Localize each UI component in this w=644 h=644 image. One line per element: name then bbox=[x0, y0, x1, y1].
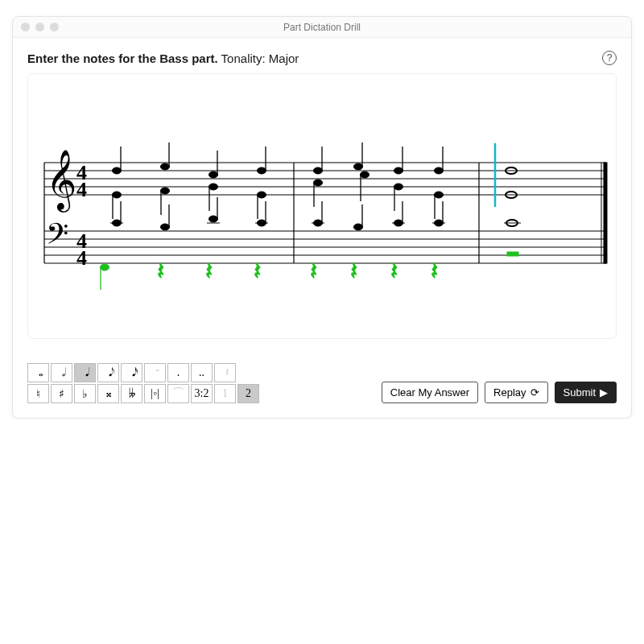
palette-sharp[interactable]: ♯ bbox=[51, 384, 72, 403]
svg-point-44 bbox=[361, 171, 369, 178]
window-title: Part Dictation Drill bbox=[13, 22, 631, 33]
svg-text:𝄢: 𝄢 bbox=[46, 218, 68, 258]
svg-point-22 bbox=[113, 167, 122, 174]
svg-point-30 bbox=[209, 171, 218, 178]
palette-natural[interactable]: ♮ bbox=[27, 384, 49, 403]
svg-point-65 bbox=[258, 220, 266, 226]
titlebar: Part Dictation Drill bbox=[13, 17, 631, 38]
palette-double-sharp[interactable]: 𝄪 bbox=[97, 384, 119, 403]
svg-point-38 bbox=[314, 167, 323, 174]
replay-label: Replay bbox=[493, 386, 526, 398]
svg-point-34 bbox=[258, 167, 266, 174]
svg-point-36 bbox=[258, 192, 266, 198]
palette-double-dot[interactable]: .. bbox=[191, 363, 213, 382]
action-buttons: Clear My Answer Replay ⟳ Submit ▶ bbox=[382, 382, 617, 403]
svg-point-28 bbox=[161, 188, 170, 194]
palette-voice2[interactable]: 2 bbox=[237, 384, 259, 403]
svg-rect-14 bbox=[604, 163, 607, 263]
svg-point-46 bbox=[394, 167, 403, 174]
toolbar-row: 𝅝𝅗𝅥𝅘𝅥𝅘𝅥𝅮𝅘𝅥𝅯𝄼...𝄽 ♮♯♭𝄪𝄫|◦|⁀3:212 Clear My… bbox=[27, 363, 617, 403]
svg-point-42 bbox=[354, 163, 363, 170]
palette-tuplet[interactable]: 3:2 bbox=[191, 384, 213, 403]
svg-point-80 bbox=[101, 264, 109, 270]
palette-enharmonic[interactable]: |◦| bbox=[144, 384, 166, 403]
instruction-tonality: Tonality: Major bbox=[218, 52, 299, 65]
score-svg: 𝄞 𝄢 4 4 4 4 bbox=[28, 74, 616, 339]
svg-point-70 bbox=[354, 224, 363, 230]
svg-point-40 bbox=[314, 180, 323, 186]
submit-button[interactable]: Submit ▶ bbox=[555, 382, 617, 403]
palette-whole[interactable]: 𝅝 bbox=[27, 363, 49, 382]
palette-eighth[interactable]: 𝅘𝅥𝅮 bbox=[97, 363, 119, 382]
instruction-bold: Enter the notes for the Bass part. bbox=[27, 52, 218, 65]
svg-text:𝄽: 𝄽 bbox=[311, 263, 316, 279]
instruction-row: Enter the notes for the Bass part. Tonal… bbox=[27, 51, 617, 65]
svg-text:𝄞: 𝄞 bbox=[46, 150, 76, 213]
svg-point-59 bbox=[161, 224, 170, 230]
palette-voice1: 1 bbox=[214, 384, 236, 403]
content-area: Enter the notes for the Bass part. Tonal… bbox=[13, 38, 631, 418]
svg-point-73 bbox=[394, 220, 403, 226]
palette-sixteenth[interactable]: 𝅘𝅥𝅯 bbox=[121, 363, 142, 382]
music-score[interactable]: 𝄞 𝄢 4 4 4 4 bbox=[27, 73, 617, 339]
clear-answer-button[interactable]: Clear My Answer bbox=[382, 382, 478, 403]
palette-half-rest: 𝄼 bbox=[144, 363, 166, 382]
svg-point-62 bbox=[209, 216, 218, 222]
svg-point-76 bbox=[435, 220, 444, 226]
app-window: Part Dictation Drill Enter the notes for… bbox=[12, 16, 632, 419]
palette-row-accidentals: ♮♯♭𝄪𝄫|◦|⁀3:212 bbox=[27, 384, 259, 403]
palette-quarter[interactable]: 𝅘𝅥 bbox=[74, 363, 96, 382]
svg-text:𝄽: 𝄽 bbox=[254, 263, 260, 279]
palette-tie: ⁀ bbox=[167, 384, 189, 403]
svg-point-52 bbox=[435, 192, 444, 198]
svg-text:𝄽: 𝄽 bbox=[351, 263, 357, 279]
svg-text:𝄽: 𝄽 bbox=[431, 263, 437, 279]
palette-dot[interactable]: . bbox=[167, 363, 189, 382]
svg-text:𝄽: 𝄽 bbox=[158, 263, 163, 279]
svg-point-32 bbox=[209, 184, 218, 190]
svg-point-68 bbox=[314, 220, 323, 226]
svg-point-24 bbox=[113, 192, 122, 198]
svg-text:4: 4 bbox=[76, 178, 87, 201]
svg-point-26 bbox=[161, 163, 170, 170]
note-palette: 𝅝𝅗𝅥𝅘𝅥𝅘𝅥𝅮𝅘𝅥𝅯𝄼...𝄽 ♮♯♭𝄪𝄫|◦|⁀3:212 bbox=[27, 363, 259, 403]
palette-rest-group: 𝄽 bbox=[214, 363, 236, 382]
palette-double-flat[interactable]: 𝄫 bbox=[121, 384, 142, 403]
replay-button[interactable]: Replay ⟳ bbox=[485, 382, 547, 403]
svg-rect-89 bbox=[507, 252, 518, 256]
help-icon[interactable]: ? bbox=[602, 51, 617, 65]
replay-icon: ⟳ bbox=[530, 386, 539, 398]
submit-label: Submit bbox=[564, 386, 596, 398]
palette-row-durations: 𝅝𝅗𝅥𝅘𝅥𝅘𝅥𝅮𝅘𝅥𝅯𝄼...𝄽 bbox=[27, 363, 259, 382]
svg-text:4: 4 bbox=[76, 246, 87, 270]
palette-half[interactable]: 𝅗𝅥 bbox=[51, 363, 72, 382]
palette-flat[interactable]: ♭ bbox=[74, 384, 96, 403]
svg-point-57 bbox=[113, 220, 122, 226]
play-icon: ▶ bbox=[600, 386, 608, 398]
instruction-text: Enter the notes for the Bass part. Tonal… bbox=[27, 52, 299, 65]
svg-point-48 bbox=[394, 184, 403, 190]
svg-text:𝄽: 𝄽 bbox=[206, 263, 212, 279]
svg-text:𝄽: 𝄽 bbox=[391, 263, 397, 279]
svg-point-50 bbox=[435, 167, 444, 174]
